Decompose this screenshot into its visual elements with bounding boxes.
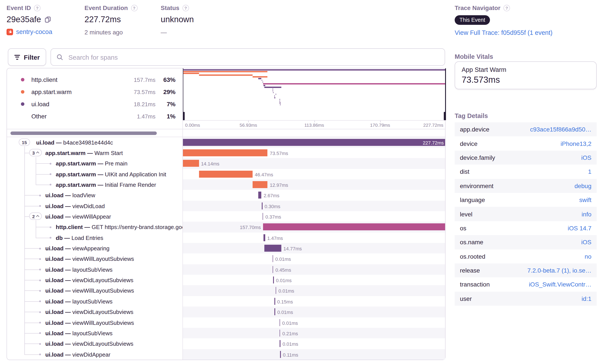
tag-value-link[interactable]: id:1	[582, 295, 591, 302]
tag-value-link[interactable]: iOS 14.7	[568, 225, 591, 232]
span-bar-cell[interactable]: 0.37ms	[182, 211, 445, 222]
span-row[interactable]: 1.47msdb — Load Entries	[7, 232, 445, 243]
span-bar-cell[interactable]: 2.67ms	[182, 190, 445, 201]
panel-divider[interactable]	[182, 68, 183, 360]
span-bar[interactable]	[259, 192, 261, 199]
question-icon[interactable]: ?	[503, 5, 510, 11]
tag-value-link[interactable]: info	[582, 210, 591, 217]
span-bar[interactable]	[263, 224, 445, 231]
span-row[interactable]: 14.14msapp.start.warm — Pre main	[7, 158, 445, 169]
span-bar[interactable]	[279, 319, 280, 326]
span-row[interactable]: 46.47msapp.start.warm — UIKit and Applic…	[7, 169, 445, 179]
tag-value-link[interactable]: 7.2.0-beta.7 (1), io.se…	[527, 267, 591, 274]
span-bar[interactable]	[273, 276, 274, 284]
span-row[interactable]: 0.01msui.load — viewWillLayoutSubviews	[7, 317, 445, 328]
span-bar-cell[interactable]: 14.77ms	[182, 243, 445, 254]
span-name-cell[interactable]: 15ui.load — b4ace34981e44d4c	[7, 137, 182, 148]
span-bar-cell[interactable]: 12.97ms	[182, 179, 445, 190]
span-bar[interactable]	[199, 170, 253, 177]
span-name-cell[interactable]: ui.load — viewWillLayoutSubviews	[7, 317, 182, 328]
tag-value-link[interactable]: iOS_Swift.ViewContr…	[529, 281, 591, 288]
span-row[interactable]: 73.57ms3app.start.warm — Warm Start	[7, 148, 445, 158]
span-bar[interactable]	[263, 213, 263, 220]
tag-value-link[interactable]: swift	[579, 196, 591, 203]
span-row[interactable]: 0.37ms2ui.load — viewWillAppear	[7, 211, 445, 222]
span-name-cell[interactable]: 3app.start.warm — Warm Start	[7, 148, 182, 158]
span-row[interactable]: 0.01msui.load — viewWillLayoutSubviews	[7, 254, 445, 264]
span-name-cell[interactable]: ui.load — viewWillLayoutSubviews	[7, 285, 182, 296]
span-row[interactable]: 0.01msui.load — viewDidLayoutSubviews	[7, 275, 445, 285]
question-icon[interactable]: ?	[182, 5, 189, 11]
span-row[interactable]: 2.67msui.load — loadView	[7, 190, 445, 201]
span-bar-cell[interactable]: 1.47ms	[182, 232, 445, 243]
span-row[interactable]: 227.72ms15ui.load — b4ace34981e44d4c	[7, 137, 445, 148]
span-bar[interactable]	[182, 139, 445, 146]
span-count-pill[interactable]: 15	[19, 138, 30, 146]
span-bar[interactable]	[253, 181, 268, 188]
span-name-cell[interactable]: ui.load — loadView	[7, 190, 182, 201]
span-bar[interactable]	[272, 255, 273, 262]
span-name-cell[interactable]: ui.load — viewDidLoad	[7, 200, 182, 211]
tag-value-link[interactable]: no	[585, 253, 591, 260]
span-name-cell[interactable]: ui.load — viewAppearing	[7, 243, 182, 254]
span-bar-cell[interactable]: 14.14ms	[182, 158, 445, 169]
span-bar[interactable]	[262, 202, 263, 209]
span-name-cell[interactable]: app.start.warm — Pre main	[7, 158, 182, 169]
span-bar-cell[interactable]: 0.01ms	[182, 317, 445, 328]
copy-icon[interactable]	[45, 17, 51, 23]
span-name-cell[interactable]: app.start.warm — UIKit and Application I…	[7, 169, 182, 179]
span-bar-cell[interactable]: 0.01ms	[182, 254, 445, 264]
span-name-cell[interactable]: ui.load — layoutSubViews	[7, 264, 182, 275]
span-name-cell[interactable]: 2ui.load — viewWillAppear	[7, 211, 182, 222]
span-bar-cell[interactable]: 0.01ms	[182, 275, 445, 285]
span-row[interactable]: 0.01msui.load — viewDidLayoutSubviews	[7, 306, 445, 317]
span-bar[interactable]	[273, 266, 273, 273]
span-name-cell[interactable]: ui.load — viewDidLayoutSubviews	[7, 306, 182, 317]
this-event-badge[interactable]: This Event	[455, 15, 490, 25]
span-bar-cell[interactable]: 0.15ms	[182, 296, 445, 307]
tag-value-link[interactable]: c93ace15f866a9d50…	[530, 126, 591, 133]
span-bar[interactable]	[275, 308, 275, 315]
span-bar[interactable]	[264, 245, 281, 252]
span-row[interactable]: 12.97msapp.start.warm — Initial Frame Re…	[7, 179, 445, 190]
span-row[interactable]: 0.30msui.load — viewDidLoad	[7, 200, 445, 211]
project-link[interactable]: sentry-cocoa	[7, 28, 52, 35]
span-bar[interactable]	[274, 298, 275, 305]
span-row[interactable]: 0.01msui.load — viewDidLayoutSubviews	[7, 339, 445, 349]
app-start-warm-card[interactable]: App Start Warm 73.573ms	[455, 61, 597, 89]
span-bar-cell[interactable]: 73.57ms	[182, 148, 445, 158]
span-count-pill[interactable]: 3	[29, 149, 42, 157]
span-bar-cell[interactable]: 46.47ms	[182, 169, 445, 179]
tag-value-link[interactable]: debug	[574, 182, 591, 189]
span-bar-cell[interactable]: 0.01ms	[182, 285, 445, 296]
tag-value-link[interactable]: iPhone13,2	[561, 140, 591, 147]
span-bar-cell[interactable]: 157.70ms	[182, 222, 445, 233]
span-row[interactable]: 14.77msui.load — viewAppearing	[7, 243, 445, 254]
span-row[interactable]: 157.70mshttp.client — GET https://sentry…	[7, 222, 445, 233]
tag-value-link[interactable]: iOS	[581, 154, 591, 161]
filter-button[interactable]: Filter	[8, 48, 46, 66]
question-icon[interactable]: ?	[34, 5, 40, 11]
span-bar-cell[interactable]: 0.30ms	[182, 200, 445, 211]
span-name-cell[interactable]: ui.load — layoutSubViews	[7, 328, 182, 339]
scrollbar-thumb[interactable]	[10, 131, 157, 135]
tag-value-link[interactable]: 1	[588, 168, 591, 175]
question-icon[interactable]: ?	[131, 5, 137, 11]
span-bar-cell[interactable]: 0.01ms	[182, 306, 445, 317]
span-row[interactable]: 0.15msui.load — layoutSubViews	[7, 296, 445, 307]
span-bar[interactable]	[280, 340, 280, 347]
span-name-cell[interactable]: ui.load — layoutSubViews	[7, 296, 182, 307]
span-name-cell[interactable]: db — Load Entries	[7, 232, 182, 243]
span-bar-cell[interactable]: 0.01ms	[182, 339, 445, 349]
minimap[interactable]: 0.00ms56.93ms113.86ms170.79ms227.72ms	[182, 68, 446, 129]
span-name-cell[interactable]: app.start.warm — Initial Frame Render	[7, 179, 182, 190]
span-bar[interactable]	[280, 330, 280, 336]
span-bar-cell[interactable]: 0.11ms	[182, 349, 445, 360]
span-bar-cell[interactable]: 0.45ms	[182, 264, 445, 275]
search-input[interactable]	[68, 53, 439, 61]
span-bar[interactable]	[280, 351, 281, 358]
span-name-cell[interactable]: ui.load — viewDidLayoutSubviews	[7, 275, 182, 285]
span-bar-cell[interactable]: 227.72ms	[182, 137, 445, 148]
span-bar-cell[interactable]: 0.21ms	[182, 328, 445, 339]
span-row[interactable]: 0.45msui.load — layoutSubViews	[7, 264, 445, 275]
